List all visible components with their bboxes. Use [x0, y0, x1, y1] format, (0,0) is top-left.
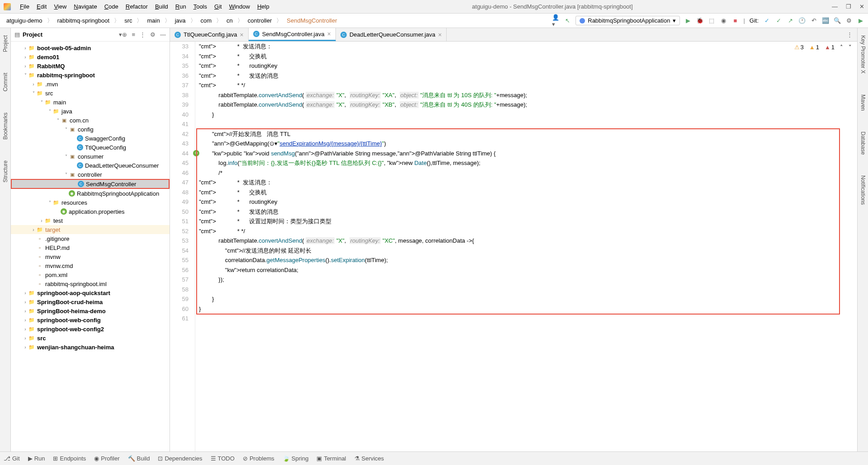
line-number[interactable]: 59	[170, 294, 189, 304]
code-line[interactable]: "kw">public "kw">void sendMsg("ann">@Pat…	[199, 149, 857, 159]
translate-icon[interactable]: 🔤	[822, 17, 829, 24]
tabs-more-icon[interactable]: ⋮	[842, 31, 857, 38]
tool-database[interactable]: Database	[859, 128, 867, 158]
breadcrumb-item[interactable]: cn	[224, 16, 236, 25]
line-number[interactable]: 37	[170, 80, 189, 90]
hammer-icon[interactable]: ↖	[564, 17, 571, 24]
tree-node[interactable]: CSwaggerConfig	[11, 134, 170, 143]
select-opened-icon[interactable]: ≡	[132, 31, 135, 38]
bottom-dependencies[interactable]: ⊡Dependencies	[158, 455, 202, 462]
tree-node[interactable]: ›📁springboot-web-config	[11, 315, 170, 324]
line-number[interactable]: 57	[170, 275, 189, 285]
tool-bookmarks[interactable]: Bookmarks	[1, 109, 9, 143]
run-config-selector[interactable]: RabbitmqSpringbootApplication ▾	[576, 16, 680, 25]
tree-node[interactable]: ˅📁rabbitmq-springboot	[11, 70, 170, 80]
tree-node[interactable]: ◉application.properties	[11, 207, 170, 216]
line-number[interactable]: 48	[170, 188, 189, 197]
code-line[interactable]: "ann">@GetMapping(⊙▾"sendExpirationMsg/{…	[199, 139, 857, 149]
code-line[interactable]: "cmt"> * 交换机	[199, 52, 857, 61]
run-anything-icon[interactable]: ▶	[857, 17, 864, 24]
code-line[interactable]: "cmt"> * 发送消息：	[199, 42, 857, 52]
bottom-spring[interactable]: 🍃Spring	[283, 455, 309, 462]
code-line[interactable]: "cmt"> * routingKey	[199, 61, 857, 71]
tree-node[interactable]: ˅▣config	[11, 125, 170, 134]
run-icon[interactable]: ▶	[684, 17, 692, 24]
code-line[interactable]: /*	[199, 168, 857, 178]
line-number[interactable]: 43	[170, 139, 189, 149]
bottom-profiler[interactable]: ◉Profiler	[94, 455, 119, 462]
tree-node[interactable]: ▫.gitignore	[11, 234, 170, 243]
bottom-todo[interactable]: ☰TODO	[211, 455, 235, 462]
menu-code[interactable]: Code	[101, 3, 122, 10]
breadcrumb-item[interactable]: java	[172, 16, 189, 25]
tree-node[interactable]: ›📁target	[11, 225, 170, 234]
tree-node[interactable]: ›📁springboot-aop-quickstart	[11, 288, 170, 297]
code-line[interactable]	[199, 314, 857, 324]
tree-node[interactable]: ◉RabbitmqSpringbootApplication	[11, 189, 170, 198]
breadcrumb-item[interactable]: main	[144, 16, 162, 25]
bottom-problems[interactable]: ⊘Problems	[243, 455, 274, 462]
line-number[interactable]: 58	[170, 285, 189, 295]
line-number[interactable]: 61	[170, 314, 189, 324]
code-line[interactable]: rabbitTemplate.convertAndSend( exchange:…	[199, 100, 857, 110]
coverage-icon[interactable]: ⬚	[708, 17, 715, 24]
menu-file[interactable]: File	[16, 3, 33, 10]
tool-key-promoter-x[interactable]: Key Promoter X	[859, 32, 867, 77]
code-line[interactable]: "cmt"> * 交换机	[199, 188, 857, 197]
line-number[interactable]: 56	[170, 265, 189, 275]
breadcrumb-item[interactable]: atguigu-demo	[4, 16, 45, 25]
tree-node[interactable]: ▫pom.xml	[11, 270, 170, 279]
line-number[interactable]: 44	[170, 149, 189, 159]
tree-node[interactable]: CDeadLetterQueueConsumer	[11, 161, 170, 170]
chevron-up-icon[interactable]: ˄	[840, 42, 843, 52]
inspection-widget[interactable]: ⚠3 ▲1 ▲1 ˄ ˅	[793, 42, 854, 53]
target-icon[interactable]: ⊕	[122, 31, 127, 38]
tool-maven[interactable]: Maven	[859, 91, 867, 114]
code-line[interactable]: "cmt">//发送消息的时候 延迟时长	[199, 246, 857, 256]
settings-icon[interactable]: ⚙	[150, 31, 156, 38]
chevron-down-icon[interactable]: ˅	[849, 42, 852, 52]
tree-node[interactable]: ›📁boot-web-05-admin	[11, 43, 170, 52]
code-line[interactable]: }	[199, 304, 857, 314]
code-line[interactable]: "cmt"> * */	[199, 80, 857, 90]
line-number[interactable]: 35	[170, 61, 189, 71]
code-line[interactable]: correlationData.getMessageProperties().s…	[199, 255, 857, 265]
line-number[interactable]: 40	[170, 110, 189, 120]
line-number[interactable]: 34	[170, 52, 189, 61]
menu-tools[interactable]: Tools	[190, 3, 211, 10]
line-number[interactable]: 41	[170, 119, 189, 129]
line-number[interactable]: 33	[170, 42, 189, 52]
tree-node[interactable]: ▫rabbitmq-springboot.iml	[11, 279, 170, 288]
profile-icon[interactable]: ◉	[720, 17, 727, 24]
breadcrumb-item[interactable]: controller	[245, 16, 274, 25]
line-number[interactable]: 55	[170, 255, 189, 265]
minimize-icon[interactable]: —	[832, 3, 838, 10]
line-number[interactable]: 39	[170, 100, 189, 110]
tree-node[interactable]: ˅📁java	[11, 107, 170, 116]
settings-icon[interactable]: ⚙	[845, 17, 853, 24]
breadcrumb[interactable]: atguigu-demo〉rabbitmq-springboot〉src〉mai…	[4, 16, 552, 25]
tool-project[interactable]: Project	[1, 32, 9, 56]
menu-view[interactable]: View	[50, 3, 70, 10]
hide-icon[interactable]: —	[160, 31, 166, 38]
bottom-git[interactable]: ⎇Git	[4, 455, 20, 462]
line-number[interactable]: 36	[170, 71, 189, 81]
code-line[interactable]	[199, 285, 857, 295]
bottom-services[interactable]: ⚗Services	[354, 455, 384, 462]
line-number[interactable]: 47	[170, 178, 189, 188]
tree-node[interactable]: ˅▣com.cn	[11, 116, 170, 125]
user-icon[interactable]: 👤▾	[552, 17, 559, 24]
code-line[interactable]: "cmt"> * 设置过期时间：类型为接口类型	[199, 216, 857, 226]
close-tab-icon[interactable]: ×	[327, 30, 331, 38]
code-line[interactable]: log.info("当前时间：{},发送一条时长{}毫秒 TTL 信息给队列 C…	[199, 158, 857, 168]
close-tab-icon[interactable]: ×	[438, 31, 442, 38]
tree-node[interactable]: CTtlQueueConfig	[11, 143, 170, 152]
tree-node[interactable]: ˅📁main	[11, 98, 170, 107]
menu-window[interactable]: Window	[226, 3, 254, 10]
search-icon[interactable]: 🔍	[834, 17, 841, 24]
code-line[interactable]: }	[199, 110, 857, 120]
code-line[interactable]: "cmt"> * */	[199, 226, 857, 236]
line-number[interactable]: 42	[170, 129, 189, 139]
code-line[interactable]: "cmt"> * routingKey	[199, 197, 857, 207]
code-line[interactable]: "cmt"> * 发送消息：	[199, 178, 857, 188]
